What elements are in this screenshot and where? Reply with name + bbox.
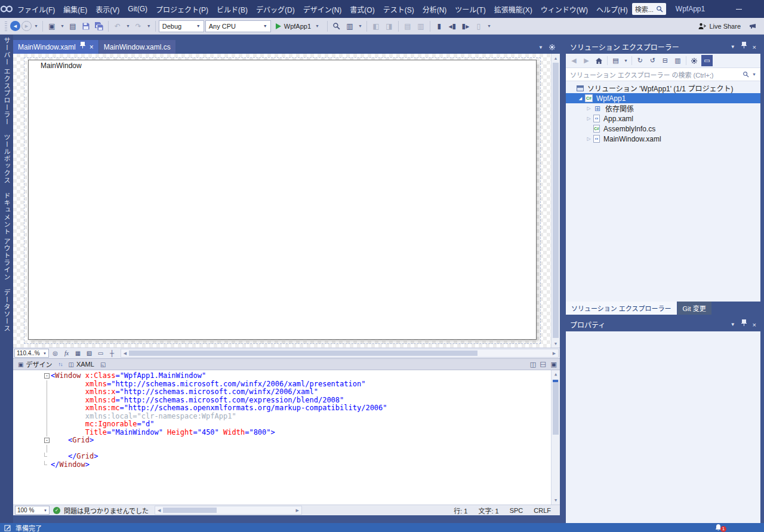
menu-item[interactable]: 表示(V) — [91, 2, 124, 17]
solution-platform-combo[interactable]: Any CPU ▼ — [205, 20, 271, 32]
swap-panes-button[interactable]: ↑↓ — [58, 361, 62, 367]
zoom-fit-icon[interactable]: ◎ — [50, 349, 60, 358]
close-icon[interactable]: × — [753, 44, 756, 51]
close-icon[interactable]: × — [753, 321, 756, 328]
new-item-chevron-icon[interactable]: ▼ — [60, 24, 64, 28]
solution-configuration-combo[interactable]: Debug ▼ — [159, 20, 204, 32]
horizontal-split-icon[interactable]: ◫ — [540, 361, 547, 367]
search-box[interactable]: 検索... — [632, 3, 666, 15]
menu-item[interactable]: プロジェクト(P) — [152, 2, 212, 17]
document-tab[interactable]: MainWindow.xaml.cs — [99, 40, 175, 54]
pop-out-icon[interactable]: ◱ — [100, 361, 106, 368]
menu-item[interactable]: ウィンドウ(W) — [537, 2, 592, 17]
scroll-right-icon[interactable]: ▶ — [551, 351, 557, 356]
show-grid-icon[interactable]: ▦ — [73, 349, 83, 358]
undo-chevron-icon[interactable]: ▼ — [126, 24, 130, 28]
panel-tab[interactable]: Git 変更 — [677, 302, 711, 315]
code-line[interactable]: xmlns:d="http://schemas.microsoft.com/ex… — [13, 396, 551, 405]
maximize-button[interactable] — [753, 0, 764, 18]
code-line[interactable]: xmlns:x="http://schemas.microsoft.com/wi… — [13, 388, 551, 396]
code-area[interactable]: -<Window x:Class="WpfApp1.MainWindow" xm… — [13, 372, 551, 505]
menu-item[interactable]: 分析(N) — [418, 2, 451, 17]
outdent-icon[interactable]: ◧ — [370, 20, 382, 32]
scroll-left-icon[interactable]: ◀ — [122, 351, 128, 356]
scroll-left-icon[interactable]: ◀ — [156, 508, 162, 513]
scroll-thumb[interactable] — [553, 63, 559, 338]
start-debugging-button[interactable]: WpfApp1 ▼ — [272, 20, 324, 32]
code-line[interactable]: -<Window x:Class="WpfApp1.MainWindow" — [13, 372, 551, 380]
vertical-split-icon[interactable]: ◫ — [530, 361, 536, 368]
side-tab[interactable]: サーバー エクスプローラー — [2, 37, 11, 125]
scroll-thumb[interactable] — [553, 380, 559, 435]
code-line[interactable]: - <Grid> — [13, 436, 551, 445]
feedback-icon[interactable] — [747, 20, 759, 32]
panel-tab[interactable]: ソリューション エクスプローラー — [566, 302, 677, 315]
switch-views-icon[interactable]: ▤ — [610, 55, 621, 66]
menu-item[interactable]: 編集(E) — [59, 2, 91, 17]
chevron-down-icon[interactable]: ▼ — [624, 59, 628, 63]
home-icon[interactable] — [593, 55, 605, 66]
code-line[interactable]: mc:Ignorable="d" — [13, 420, 551, 429]
pin-icon[interactable] — [744, 324, 744, 326]
pin-icon[interactable] — [82, 46, 83, 48]
solution-explorer-search[interactable]: ソリューション エクスプローラー の検索 (Ctrl+;) ▼ — [566, 68, 760, 81]
chevron-down-icon[interactable]: ▼ — [731, 44, 735, 50]
redo-chevron-icon[interactable]: ▼ — [147, 24, 151, 28]
expander-icon[interactable]: ◢ — [577, 96, 584, 101]
expander-icon[interactable]: ▷ — [585, 116, 593, 121]
tree-item[interactable]: ◢C#WpfApp1 — [566, 93, 760, 103]
fold-toggle-icon[interactable]: - — [44, 438, 50, 443]
editor-horizontal-scrollbar[interactable]: ◀ ▶ — [155, 506, 302, 515]
toolbar-grip[interactable] — [5, 21, 7, 31]
scroll-thumb[interactable] — [163, 508, 217, 513]
comment-icon[interactable]: ▤ — [402, 20, 414, 32]
code-line[interactable]: xmlns="http://schemas.microsoft.com/winf… — [13, 380, 551, 389]
solution-explorer-header[interactable]: ソリューション エクスプローラー ▼ × — [566, 40, 760, 54]
search-icon[interactable] — [743, 71, 749, 78]
code-line[interactable]: Title="MainWindow" Height="450" Width="8… — [13, 429, 551, 437]
notification-bell[interactable]: 1 — [714, 523, 722, 532]
gear-icon[interactable] — [549, 44, 556, 51]
toolbar-chevron-icon[interactable]: ▼ — [358, 24, 362, 28]
sync-with-active-document-icon[interactable]: ↻ — [634, 55, 646, 66]
design-surface[interactable]: MainWindow — [13, 54, 551, 348]
properties-gear-icon[interactable] — [689, 55, 700, 66]
menu-item[interactable]: デザイン(N) — [299, 2, 346, 17]
collapse-all-icon[interactable]: ⊟ — [660, 55, 671, 66]
chevron-down-icon[interactable]: ▼ — [731, 322, 735, 327]
bookmark-next-icon[interactable]: ▮▸ — [460, 20, 472, 32]
bookmark-prev-icon[interactable]: ◂▮ — [446, 20, 458, 32]
scroll-up-icon[interactable]: ▲ — [552, 370, 560, 379]
navigate-back-icon[interactable]: ◀ — [10, 21, 20, 31]
live-share-button[interactable]: Live Share — [693, 22, 745, 30]
expander-icon[interactable]: ▷ — [585, 106, 593, 111]
document-tab[interactable]: MainWindow.xaml× — [13, 40, 98, 54]
expander-icon[interactable]: ▷ — [585, 136, 593, 142]
menu-item[interactable]: ツール(T) — [451, 2, 489, 17]
menu-item[interactable]: テスト(S) — [379, 2, 418, 17]
preview-icon[interactable]: ▥ — [344, 20, 356, 32]
side-tab[interactable]: ドキュメント アウトライン — [2, 192, 11, 281]
menu-item[interactable]: ファイル(F) — [13, 2, 59, 17]
toolbar-overflow-chevron-icon[interactable]: ▼ — [487, 24, 491, 28]
design-window[interactable]: MainWindow — [28, 60, 537, 340]
indent-icon[interactable]: ◨ — [383, 20, 395, 32]
tree-item[interactable]: ▷⊞依存関係 — [566, 103, 760, 113]
ruler-icon[interactable]: ▭ — [96, 349, 106, 358]
menu-item[interactable]: Git(G) — [124, 2, 152, 16]
menu-item[interactable]: ヘルプ(H) — [592, 2, 632, 17]
bookmark-clear-icon[interactable]: ▯ — [473, 20, 485, 32]
tree-item[interactable]: C#AssemblyInfo.cs — [566, 124, 760, 134]
properties-header[interactable]: プロパティ ▼ × — [566, 318, 760, 331]
navigate-forward-icon[interactable]: ▶ — [21, 21, 32, 31]
menu-item[interactable]: 拡張機能(X) — [490, 2, 537, 17]
side-tab[interactable]: データソース — [2, 289, 11, 332]
tree-item[interactable]: ▷‹›MainWindow.xaml — [566, 134, 760, 144]
effects-toggle-icon[interactable]: fx — [61, 349, 72, 358]
fold-toggle-icon[interactable]: - — [44, 373, 50, 379]
refresh-icon[interactable]: ↺ — [647, 55, 658, 66]
scroll-down-icon[interactable]: ▼ — [552, 339, 560, 348]
code-line[interactable]: xmlns:mc="http://schemas.openxmlformats.… — [13, 404, 551, 413]
code-line[interactable] — [13, 445, 551, 453]
show-all-files-icon[interactable]: ▥ — [672, 55, 683, 66]
